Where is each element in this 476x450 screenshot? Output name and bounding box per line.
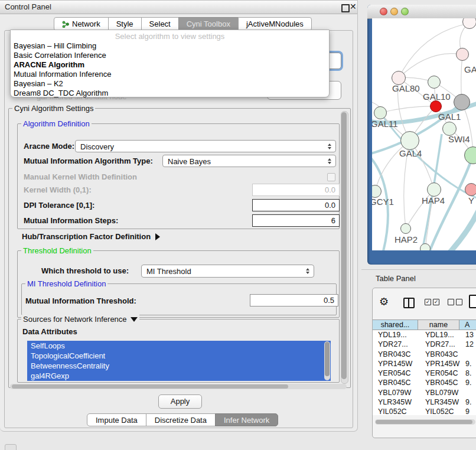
zoom-traffic-light[interactable] <box>401 8 409 15</box>
table-row[interactable]: YBR043CYBR043C <box>373 350 476 359</box>
table-panel-title: Table Panel <box>376 274 416 283</box>
control-panel-titlebar: Control Panel ✕ <box>0 1 357 14</box>
tab-cyni-toolbox[interactable]: Cyni Toolbox <box>178 17 239 31</box>
settings-vertical-scrollbar[interactable] <box>341 111 348 384</box>
mi-steps-field[interactable]: 6 <box>252 214 340 227</box>
table-row[interactable]: YIL052CYIL052C9 <box>373 407 476 415</box>
manual-kernel-checkbox[interactable] <box>327 173 335 181</box>
minimize-traffic-light[interactable] <box>390 8 398 15</box>
close-traffic-light[interactable] <box>380 8 387 15</box>
table-row[interactable]: YPR145WYPR145W9. <box>373 359 476 369</box>
network-node-hap4[interactable] <box>427 182 441 197</box>
mi-type-label: Mutual Information Algorithm Type: <box>24 155 153 167</box>
tab-discretize-data[interactable]: Discretize Data <box>146 413 216 426</box>
mi-type-combobox[interactable]: Naive Bayes <box>162 155 336 167</box>
apply-button[interactable]: Apply <box>158 394 202 409</box>
node-label: GAL11 <box>372 119 398 129</box>
chevron-down-icon <box>131 317 138 322</box>
float-window-icon[interactable] <box>341 4 350 12</box>
which-threshold-label: Which threshold to use: <box>41 265 129 278</box>
threshold-definition-title: Threshold Definition <box>21 246 93 255</box>
list-vertical-scrollbar[interactable] <box>324 341 330 380</box>
table-row[interactable]: YDR27...YDR27...12 <box>373 340 476 349</box>
hide-columns-icon[interactable] <box>448 299 462 305</box>
table-row[interactable]: YER054CYER054C8. <box>373 369 476 378</box>
network-node[interactable] <box>456 48 469 61</box>
page-icon[interactable] <box>469 295 476 308</box>
tab-select[interactable]: Select <box>141 17 179 31</box>
collapsed-panel-chip[interactable] <box>5 444 17 450</box>
data-attributes-label: Data Attributes <box>22 325 77 338</box>
table-row[interactable]: YLR345WYLR345W9. <box>373 397 476 407</box>
network-node-hap2[interactable] <box>400 223 411 234</box>
dropdown-item[interactable]: Dream8 DC_TDC Algorithm <box>11 89 329 98</box>
network-node[interactable] <box>420 243 431 250</box>
dropdown-item[interactable]: Bayesian – K2 <box>11 79 329 89</box>
scrollbar-thumb[interactable] <box>12 384 288 389</box>
table-horizontal-scrollbar[interactable] <box>375 419 475 425</box>
chevron-right-icon <box>155 233 160 240</box>
dropdown-item-highlighted[interactable]: ARACNE Algorithm <box>11 60 329 70</box>
network-node-gal11[interactable] <box>374 106 387 119</box>
cyni-settings-title: Cyni Algorithm Settings <box>12 104 95 113</box>
cyni-algorithm-settings-group: Cyni Algorithm Settings Algorithm Defini… <box>8 108 351 388</box>
stepper-arrows-icon <box>328 158 331 164</box>
list-item[interactable]: SelfLoops <box>27 341 331 351</box>
algorithm-definition-title: Algorithm Definition <box>21 119 92 128</box>
node-label: GAL4 <box>399 148 422 158</box>
kernel-width-field[interactable]: 0.0 <box>252 184 340 196</box>
scrollbar-thumb[interactable] <box>341 112 347 379</box>
node-label: GAL80 <box>392 83 420 93</box>
table-row[interactable]: YBR045CYBR045C9. <box>373 378 476 387</box>
dropdown-item[interactable]: Mutual Information Inference <box>11 70 329 79</box>
column-header-partial[interactable]: A <box>459 319 476 330</box>
tab-impute-data[interactable]: Impute Data <box>87 413 146 426</box>
table-row[interactable]: YBL079WYBL079W <box>373 388 476 397</box>
data-attributes-list: SelfLoops TopologicalCoefficient Between… <box>27 341 331 381</box>
network-canvas[interactable]: GAL GAL80 GAL10 GAL1 GAL11 SWI4 GAL4 GCY… <box>372 18 476 250</box>
sources-expander[interactable]: Sources for Network Inference <box>21 315 139 324</box>
hub-tf-expander[interactable]: Hub/Transcription Factor Definition <box>22 230 160 243</box>
tab-jactivemnodules[interactable]: jActiveMNodules <box>238 17 312 31</box>
columns-icon[interactable] <box>403 298 415 308</box>
column-header-name[interactable]: name <box>418 319 459 330</box>
algorithm-definition-group: Algorithm Definition Aracne Mode: Discov… <box>17 123 340 229</box>
list-item[interactable]: BetweennessCentrality <box>27 361 331 371</box>
show-columns-icon[interactable]: ✓✓ <box>425 299 439 305</box>
table-header: shared... name A <box>373 319 476 330</box>
network-node-gal1[interactable] <box>430 100 442 112</box>
control-panel-title: Control Panel <box>5 1 51 14</box>
network-node[interactable] <box>465 183 476 196</box>
list-item[interactable]: gal4RGexp <box>27 371 331 381</box>
tab-infer-network[interactable]: Infer Network <box>215 413 278 426</box>
dropdown-item[interactable]: Basic Correlation Inference <box>11 51 329 60</box>
dpi-tolerance-field[interactable]: 0.0 <box>252 199 340 211</box>
list-item[interactable]: TopologicalCoefficient <box>27 351 331 361</box>
network-node[interactable] <box>454 94 470 110</box>
column-header-shared-name[interactable]: shared... <box>372 319 418 330</box>
dropdown-item[interactable]: Bayesian – Hill Climbing <box>11 41 329 51</box>
network-node-gal10[interactable] <box>428 76 441 89</box>
gear-icon[interactable]: ⚙ <box>379 296 389 307</box>
settings-horizontal-scrollbar[interactable] <box>10 384 347 389</box>
which-threshold-combobox[interactable]: MI Threshold <box>141 265 314 278</box>
scrollbar-thumb[interactable] <box>325 342 330 376</box>
dpi-tolerance-label: DPI Tolerance [0,1]: <box>24 199 94 211</box>
table-panel-separator <box>361 269 476 270</box>
control-panel-window: Control Panel ✕ Network Style Select Cyn… <box>0 0 358 432</box>
table-row[interactable]: YDL19...YDL19...13 <box>373 330 476 340</box>
scrollbar-thumb[interactable] <box>376 420 472 424</box>
network-node[interactable] <box>462 18 476 29</box>
aracne-mode-label: Aracne Mode: <box>24 140 74 152</box>
network-window-titlebar <box>367 5 476 19</box>
tab-style[interactable]: Style <box>108 17 142 31</box>
hub-tf-label: Hub/Transcription Factor Definition <box>22 230 151 243</box>
mi-threshold-field[interactable]: 0.5 <box>250 294 338 306</box>
aracne-mode-combobox[interactable]: Discovery <box>75 140 336 152</box>
close-icon[interactable]: ✕ <box>350 2 357 11</box>
screen: Control Panel ✕ Network Style Select Cyn… <box>0 0 476 450</box>
mi-threshold-definition-title: MI Threshold Definition <box>25 279 107 288</box>
stepper-arrows-icon <box>306 268 309 274</box>
network-node-gal4[interactable] <box>400 131 419 150</box>
tab-network[interactable]: Network <box>54 17 109 31</box>
